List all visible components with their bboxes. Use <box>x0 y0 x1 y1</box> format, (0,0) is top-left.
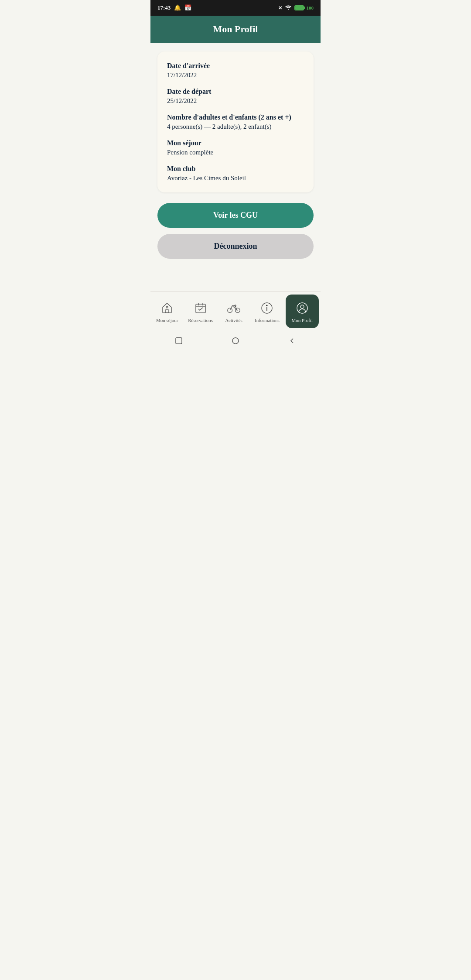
status-left: 17:43 🔔 📅 <box>157 4 191 11</box>
nav-item-info[interactable]: Informations <box>250 292 283 331</box>
svg-point-16 <box>232 338 239 344</box>
bicycle-icon <box>227 301 241 315</box>
svg-rect-15 <box>176 338 182 344</box>
svg-point-6 <box>228 308 232 313</box>
info-field-value: 25/12/2022 <box>167 97 304 105</box>
nav-label: Informations <box>255 318 280 323</box>
svg-point-1 <box>166 306 168 308</box>
info-field-label: Nombre d'adultes et d'enfants (2 ans et … <box>167 113 304 121</box>
nav-item-calendar[interactable]: Réservations <box>184 292 217 331</box>
back-button[interactable] <box>287 336 297 346</box>
info-field: Mon séjour Pension complète <box>167 139 304 156</box>
nav-label: Activités <box>225 318 242 323</box>
info-field-value: 4 personne(s) — 2 adulte(s), 2 enfant(s) <box>167 123 304 130</box>
android-nav <box>150 331 321 353</box>
info-field: Mon club Avoriaz - Les Cimes du Soleil <box>167 165 304 182</box>
info-card: Date d'arrivée 17/12/2022 Date de départ… <box>157 51 314 192</box>
info-field-value: 17/12/2022 <box>167 72 304 79</box>
svg-rect-0 <box>165 310 169 313</box>
info-field-label: Mon séjour <box>167 139 304 147</box>
info-icon <box>260 301 274 315</box>
info-field: Date de départ 25/12/2022 <box>167 88 304 105</box>
battery-icon <box>294 5 304 10</box>
info-field-label: Date de départ <box>167 88 304 96</box>
info-field-label: Date d'arrivée <box>167 62 304 70</box>
status-bar: 17:43 🔔 📅 ✕ 100 <box>150 0 321 16</box>
calendar-status-icon: 📅 <box>184 4 191 11</box>
main-content: Date d'arrivée 17/12/2022 Date de départ… <box>150 43 321 280</box>
status-right: ✕ 100 <box>278 4 314 11</box>
nav-item-bicycle[interactable]: Activités <box>217 292 250 331</box>
profile-icon <box>295 301 309 315</box>
wifi-icon <box>285 4 292 11</box>
battery-percent: 100 <box>307 5 314 10</box>
nav-item-home[interactable]: Mon séjour <box>150 292 184 331</box>
svg-point-12 <box>266 305 268 306</box>
header: Mon Profil <box>150 16 321 43</box>
svg-point-14 <box>300 305 304 308</box>
info-field: Date d'arrivée 17/12/2022 <box>167 62 304 79</box>
nav-label: Réservations <box>188 318 213 323</box>
info-field-label: Mon club <box>167 165 304 173</box>
circle-button[interactable] <box>231 336 240 346</box>
page-title: Mon Profil <box>213 24 258 34</box>
home-icon <box>160 301 174 315</box>
nav-label: Mon Profil <box>292 318 313 323</box>
info-field: Nombre d'adultes et d'enfants (2 ans et … <box>167 113 304 130</box>
cgu-button[interactable]: Voir les CGU <box>157 203 314 228</box>
info-field-value: Pension complète <box>167 149 304 156</box>
disconnect-button[interactable]: Déconnexion <box>157 234 314 259</box>
time: 17:43 <box>157 4 171 11</box>
square-button[interactable] <box>174 336 184 346</box>
sim-icon: ✕ <box>278 5 282 11</box>
nav-label: Mon séjour <box>156 318 178 323</box>
bottom-nav: Mon séjourRéservationsActivitésInformati… <box>150 291 321 331</box>
calendar-icon <box>194 301 208 315</box>
svg-rect-2 <box>196 304 205 313</box>
info-field-value: Avoriaz - Les Cimes du Soleil <box>167 175 304 182</box>
notification-icon: 🔔 <box>174 4 181 11</box>
nav-item-profile[interactable]: Mon Profil <box>286 295 319 328</box>
